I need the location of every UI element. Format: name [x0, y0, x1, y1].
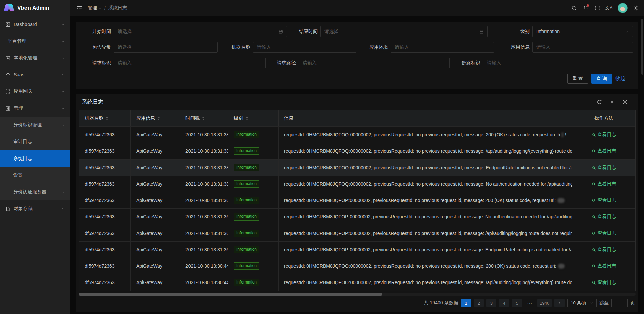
logo[interactable]: Vben Admin [0, 0, 70, 16]
view-log-button[interactable]: 查看日志 [592, 132, 616, 138]
view-log-button[interactable]: 查看日志 [592, 197, 616, 203]
trace-id-input[interactable]: 请输入 [483, 58, 633, 68]
table-row[interactable]: df5974d72363ApiGateWay2021-10-30 13:31:3… [79, 208, 635, 225]
level-select[interactable]: Information [532, 26, 633, 37]
settings-icon[interactable] [622, 99, 628, 105]
app-environment-input[interactable]: 请输入 [391, 42, 494, 53]
machine-name-cell: df5974d72363 [79, 192, 131, 208]
page-button-3[interactable]: 3 [486, 299, 496, 307]
table-row[interactable]: df5974d72363ApiGateWay2021-10-30 13:30:4… [79, 258, 635, 274]
page-button-4[interactable]: 4 [499, 299, 509, 307]
timestamp-cell: 2021-10-30 13:30:44 [180, 274, 228, 291]
message-cell: requestId: 0HMCRBM8JQFOP:00000002, previ… [279, 242, 572, 258]
chevron-down-icon [61, 73, 65, 77]
filter-actions: 重 置 查 询 收起 [82, 74, 633, 84]
table-row[interactable]: df5974d72363ApiGateWay2021-10-30 13:31:3… [79, 159, 635, 176]
horizontal-scrollbar-thumb[interactable] [79, 293, 382, 296]
sidebar-item-dashboard[interactable]: Dashboard [0, 16, 70, 33]
settings-button[interactable] [630, 0, 642, 16]
actions-cell: 查看日志 [572, 225, 636, 241]
search-button[interactable] [568, 0, 580, 16]
sidebar-item-app-gateway[interactable]: 应用网关 [0, 83, 70, 100]
message-cell: requestId: 0HMCRBM8JQFOQ:00000002, previ… [279, 143, 572, 159]
vertical-scrollbar-thumb[interactable] [641, 19, 643, 75]
main-area: 管理 / 系统日志 文A 开始时间请选择结束时间请选择级别Information… [70, 0, 644, 314]
sidebar-item-label: 平台管理 [8, 38, 26, 44]
reset-button[interactable]: 重 置 [567, 74, 588, 84]
machine-name-input[interactable]: 请输入 [253, 42, 356, 53]
request-path-input[interactable]: 请输入 [299, 58, 450, 68]
view-log-label: 查看日志 [598, 132, 616, 138]
filter-panel: 开始时间请选择结束时间请选择级别Information包含异常请选择机器名称请输… [76, 22, 638, 89]
menu-fold-button[interactable] [74, 3, 84, 13]
column-header-2[interactable]: 应用信息 [131, 110, 180, 126]
column-header-5: 信息 [279, 110, 572, 126]
column-header-3[interactable]: 时间戳 [180, 110, 228, 126]
table-row[interactable]: df5974d72363ApiGateWay2021-10-30 13:31:3… [79, 192, 635, 208]
sort-icon[interactable] [157, 117, 160, 120]
table-row[interactable]: df5974d72363ApiGateWay2021-10-30 13:31:3… [79, 143, 635, 159]
sidebar-item-label: 身份标识管理 [13, 122, 42, 128]
view-log-button[interactable]: 查看日志 [592, 230, 616, 236]
sidebar-item-management[interactable]: 管理 [0, 100, 70, 117]
include-exception-select[interactable]: 请选择 [114, 42, 218, 53]
start-time-date-picker[interactable]: 请选择 [114, 26, 287, 37]
level-cell: Information [228, 127, 279, 143]
view-log-button[interactable]: 查看日志 [592, 165, 616, 171]
actions-cell: 查看日志 [572, 274, 636, 291]
page-size-select[interactable]: 10 条/页 [567, 299, 597, 307]
sidebar-item-localization-management[interactable]: 本地化管理 [0, 50, 70, 66]
table-row[interactable]: df5974d72363ApiGateWay2021-10-30 13:31:3… [79, 241, 635, 258]
view-log-button[interactable]: 查看日志 [592, 279, 616, 286]
field-placeholder: 请选择 [118, 28, 276, 35]
sort-icon[interactable] [202, 117, 205, 120]
horizontal-scrollbar[interactable] [79, 293, 636, 296]
refresh-icon[interactable] [597, 99, 602, 105]
sidebar-item-system-log[interactable]: 系统日志 [0, 150, 70, 167]
request-id-input[interactable]: 请输入 [114, 58, 266, 68]
fullscreen-button[interactable] [591, 0, 603, 16]
sidebar-item-identity-management[interactable]: 身份标识管理 [0, 117, 70, 133]
avatar-button[interactable] [615, 0, 630, 16]
request-path-field-group: 请求路径请输入 [266, 58, 450, 68]
chevron-down-icon [61, 23, 65, 26]
sidebar-item-platform-management[interactable]: 平台管理 [0, 33, 70, 50]
page-button-1940[interactable]: 1940 [537, 299, 552, 307]
notification-badge [587, 4, 589, 7]
page-button-5[interactable]: 5 [512, 299, 522, 307]
notification-button[interactable] [580, 0, 591, 16]
view-log-button[interactable]: 查看日志 [592, 247, 616, 253]
column-height-icon[interactable] [609, 99, 615, 105]
column-header-1[interactable]: 机器名称 [79, 110, 131, 126]
chevron-down-icon [61, 40, 65, 43]
magnifier-icon [592, 264, 596, 268]
sidebar-item-auth-server[interactable]: 身份认证服务器 [0, 184, 70, 200]
view-log-button[interactable]: 查看日志 [592, 148, 616, 154]
table-row[interactable]: df5974d72363ApiGateWay2021-10-30 13:30:4… [79, 274, 635, 291]
search-button[interactable]: 查 询 [591, 74, 612, 84]
collapse-toggle[interactable]: 收起 [615, 76, 630, 82]
sort-icon[interactable] [106, 117, 108, 120]
jump-page-input[interactable] [611, 299, 628, 307]
view-log-button[interactable]: 查看日志 [592, 263, 616, 269]
view-log-button[interactable]: 查看日志 [592, 181, 616, 187]
sort-icon[interactable] [246, 117, 248, 120]
view-log-label: 查看日志 [598, 247, 616, 253]
column-header-4[interactable]: 级别 [228, 110, 279, 126]
table-row[interactable]: df5974d72363ApiGateWay2021-10-30 13:31:3… [79, 126, 635, 143]
sidebar-item-saas[interactable]: Saas [0, 66, 70, 83]
table-row[interactable]: df5974d72363ApiGateWay2021-10-30 13:31:3… [79, 176, 635, 192]
locale-button[interactable]: 文A [603, 0, 615, 16]
page-button-2[interactable]: 2 [474, 299, 484, 307]
next-page-button[interactable] [554, 299, 565, 307]
app-info-input[interactable]: 请输入 [532, 42, 633, 53]
page-ellipsis[interactable]: ··· [525, 299, 535, 307]
view-log-button[interactable]: 查看日志 [592, 214, 616, 220]
sidebar-item-settings[interactable]: 设置 [0, 167, 70, 184]
page-button-1[interactable]: 1 [461, 299, 471, 307]
end-time-date-picker[interactable]: 请选择 [320, 26, 488, 37]
table-row[interactable]: df5974d72363ApiGateWay2021-10-30 13:31:3… [79, 225, 635, 241]
sidebar-item-object-storage[interactable]: 对象存储 [0, 200, 70, 217]
breadcrumb-parent[interactable]: 管理 [88, 5, 102, 11]
sidebar-item-audit-log[interactable]: 审计日志 [0, 133, 70, 150]
